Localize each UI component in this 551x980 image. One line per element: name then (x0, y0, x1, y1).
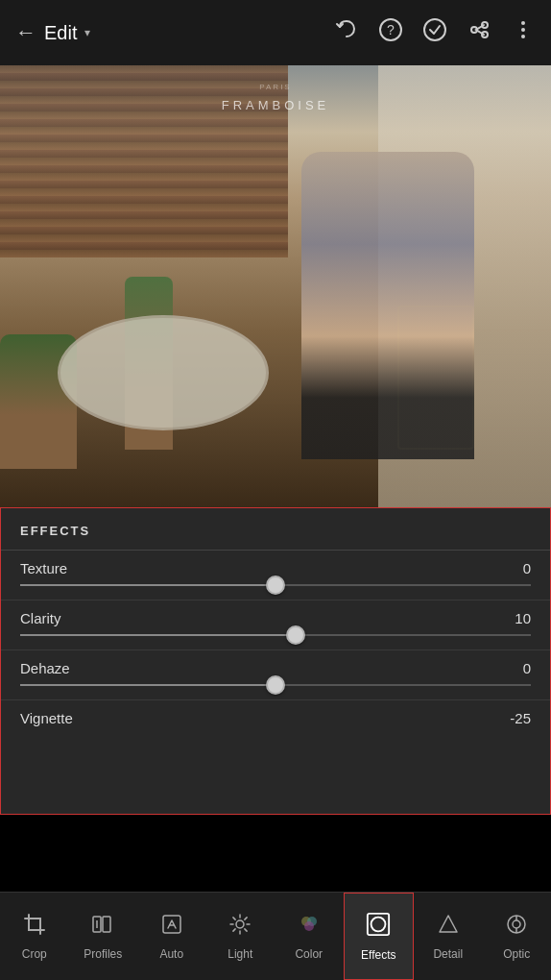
check-icon[interactable] (422, 17, 447, 48)
toolbar-item-auto[interactable]: Auto (137, 893, 206, 980)
brand-subtext: PARIS (259, 83, 291, 91)
clarity-track[interactable] (20, 634, 531, 636)
crop-label: Crop (22, 947, 47, 961)
auto-icon (160, 913, 183, 942)
svg-line-21 (245, 917, 247, 919)
svg-point-14 (236, 920, 244, 928)
vignette-row: Vignette -25 (1, 700, 550, 736)
toolbar-item-crop[interactable]: Crop (0, 893, 69, 980)
crop-icon (23, 913, 46, 942)
clarity-label-row: Clarity 10 (20, 610, 531, 626)
toolbar-item-effects[interactable]: Effects (344, 893, 415, 980)
vignette-label: Vignette (20, 710, 73, 726)
texture-label: Texture (20, 560, 67, 576)
svg-point-25 (304, 921, 314, 931)
texture-thumb[interactable] (266, 576, 285, 595)
svg-point-2 (424, 19, 445, 40)
scene-person (301, 152, 474, 459)
svg-line-19 (233, 917, 235, 919)
dropdown-arrow-icon[interactable]: ▾ (84, 26, 90, 39)
toolbar-item-profiles[interactable]: Profiles (69, 893, 138, 980)
profiles-icon (91, 913, 114, 942)
help-icon[interactable]: ? (378, 17, 403, 48)
texture-value: 0 (523, 560, 531, 576)
svg-point-6 (521, 21, 525, 25)
vignette-value: -25 (510, 710, 531, 726)
header-right: ? (334, 17, 536, 48)
dehaze-value: 0 (523, 660, 531, 676)
header-title: Edit (44, 22, 77, 44)
dehaze-slider-row: Dehaze 0 (1, 650, 550, 700)
clarity-thumb[interactable] (286, 625, 305, 645)
brand-text: FRAMBOISE (222, 98, 330, 112)
brand-overlay: FRAMBOISE PARIS (259, 81, 291, 91)
color-label: Color (295, 947, 323, 961)
scene-wood-wall (0, 65, 288, 257)
detail-icon (437, 913, 460, 942)
light-label: Light (228, 947, 252, 961)
color-icon (298, 913, 321, 942)
bottom-toolbar: Crop Profiles Auto (0, 892, 551, 980)
svg-point-8 (521, 35, 525, 38)
clarity-label: Clarity (20, 610, 61, 626)
scene-table (58, 315, 269, 430)
light-icon (228, 913, 252, 942)
optic-label: Optic (503, 947, 530, 961)
svg-line-22 (233, 928, 235, 930)
dehaze-thumb[interactable] (266, 675, 285, 695)
svg-point-27 (371, 917, 386, 931)
photo-canvas: FRAMBOISE PARIS (0, 65, 551, 507)
dehaze-fill (20, 684, 276, 686)
undo-icon[interactable] (334, 17, 359, 48)
svg-rect-12 (163, 916, 180, 933)
toolbar-item-detail[interactable]: Detail (414, 893, 483, 980)
vignette-label-row: Vignette -25 (20, 710, 531, 726)
more-icon[interactable] (511, 17, 536, 48)
svg-marker-28 (440, 916, 457, 932)
dehaze-label: Dehaze (20, 660, 70, 676)
optic-icon (505, 913, 528, 942)
header-left: ← Edit ▾ (15, 20, 90, 45)
app-header: ← Edit ▾ ? (0, 0, 551, 65)
clarity-slider-row: Clarity 10 (1, 600, 550, 650)
clarity-fill (20, 634, 296, 636)
back-icon[interactable]: ← (15, 20, 36, 45)
dehaze-track[interactable] (20, 684, 531, 686)
effects-panel: EFFECTS Texture 0 Clarity 10 Dehaze 0 (0, 507, 551, 815)
svg-point-5 (471, 27, 477, 33)
texture-fill (20, 584, 276, 586)
texture-label-row: Texture 0 (20, 560, 531, 576)
effects-label: Effects (361, 948, 395, 962)
clarity-value: 10 (515, 610, 531, 626)
svg-point-30 (513, 920, 520, 928)
auto-label: Auto (159, 947, 183, 961)
profiles-label: Profiles (84, 947, 122, 961)
texture-track[interactable] (20, 584, 531, 586)
svg-text:?: ? (387, 22, 395, 37)
toolbar-item-optic[interactable]: Optic (483, 893, 552, 980)
effects-title: EFFECTS (1, 508, 550, 551)
svg-rect-10 (103, 917, 110, 932)
svg-point-7 (521, 28, 525, 32)
share-icon[interactable] (467, 17, 491, 48)
dehaze-label-row: Dehaze 0 (20, 660, 531, 676)
toolbar-item-light[interactable]: Light (206, 893, 276, 980)
detail-label: Detail (433, 947, 463, 961)
effects-icon (366, 912, 391, 943)
svg-line-20 (245, 928, 247, 930)
toolbar-item-color[interactable]: Color (275, 893, 344, 980)
texture-slider-row: Texture 0 (1, 551, 550, 600)
